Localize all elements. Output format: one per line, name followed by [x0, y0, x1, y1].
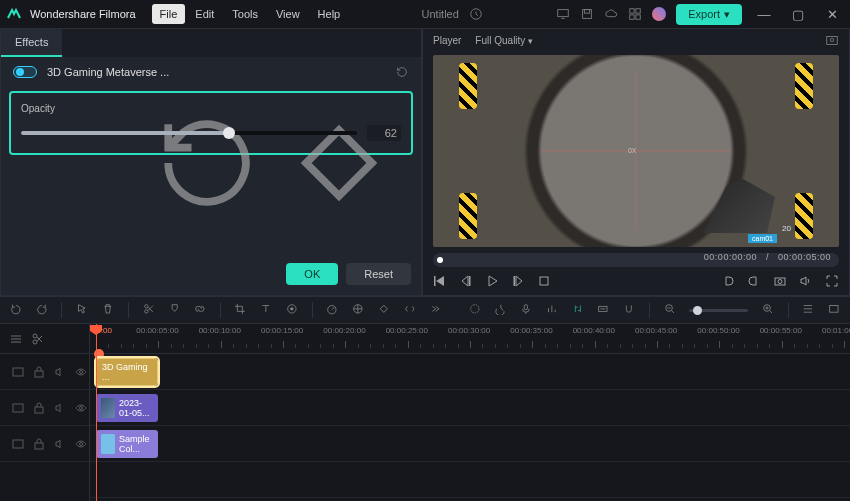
param-reset-icon[interactable]: [145, 101, 269, 115]
motion-icon[interactable]: [495, 303, 507, 317]
volume-icon[interactable]: [799, 274, 813, 288]
menu-view[interactable]: View: [268, 4, 308, 24]
save-icon[interactable]: [580, 7, 594, 21]
clip-color[interactable]: Sample Col...: [96, 430, 158, 458]
stop-icon[interactable]: [537, 274, 551, 288]
track-color[interactable]: Sample Col...: [90, 426, 850, 462]
zoom-slider[interactable]: [689, 309, 748, 312]
profile-avatar[interactable]: [652, 7, 666, 21]
svg-point-16: [778, 280, 782, 284]
timeline: 00:00 00:00:05:0000:00:10:0000:00:15:000…: [0, 324, 850, 501]
undo-icon[interactable]: [10, 303, 22, 317]
mark-in-icon[interactable]: [721, 274, 735, 288]
mic-icon[interactable]: [520, 303, 532, 317]
color-icon[interactable]: [352, 303, 364, 317]
track-fx[interactable]: 3D Gaming ...: [90, 354, 850, 390]
track-header-color: [0, 426, 89, 462]
render-icon[interactable]: [597, 303, 609, 317]
preview-hud-num: 20: [782, 224, 791, 233]
menu-tools[interactable]: Tools: [224, 4, 266, 24]
text-icon[interactable]: [260, 303, 272, 317]
menu-edit[interactable]: Edit: [187, 4, 222, 24]
effect-header: 3D Gaming Metaverse ...: [1, 57, 421, 87]
expand-icon[interactable]: [404, 303, 416, 317]
cloud-icon[interactable]: [604, 7, 618, 21]
playhead[interactable]: [96, 324, 97, 501]
keyframe-icon[interactable]: [277, 101, 401, 115]
zoom-out-icon[interactable]: [664, 303, 676, 317]
menu-file[interactable]: File: [152, 4, 186, 24]
svg-point-17: [144, 305, 147, 308]
step-fwd-icon[interactable]: [511, 274, 525, 288]
timeline-toolbar: [0, 296, 850, 324]
preview-viewport[interactable]: 0X cam01 20: [433, 55, 839, 247]
snapshot-icon[interactable]: [825, 33, 839, 47]
tab-effects[interactable]: Effects: [1, 29, 62, 57]
clip-effect[interactable]: 3D Gaming ...: [96, 358, 158, 386]
fit-icon[interactable]: [828, 303, 840, 317]
svg-point-31: [33, 340, 37, 344]
monitor-icon[interactable]: [556, 7, 570, 21]
history-icon[interactable]: [469, 7, 483, 21]
delete-icon[interactable]: [102, 303, 114, 317]
effect-toggle[interactable]: [13, 66, 37, 78]
zoom-in-icon[interactable]: [762, 303, 774, 317]
track-video[interactable]: 2023-01-05...: [90, 390, 850, 426]
export-button[interactable]: Export ▾: [676, 4, 742, 25]
timeline-body[interactable]: 00:00 00:00:05:0000:00:10:0000:00:15:000…: [90, 324, 850, 501]
mute-icon[interactable]: [54, 438, 66, 450]
mute-icon[interactable]: [54, 366, 66, 378]
time-ruler[interactable]: 00:00 00:00:05:0000:00:10:0000:00:15:000…: [90, 324, 850, 354]
more-tools-icon[interactable]: [429, 303, 441, 317]
track-view-icon[interactable]: [802, 303, 814, 317]
speed-icon[interactable]: [326, 303, 338, 317]
transport-controls: [423, 267, 849, 295]
audio-mix-icon[interactable]: [546, 303, 558, 317]
effects-tool-icon[interactable]: [469, 303, 481, 317]
prev-clip-icon[interactable]: [433, 274, 447, 288]
reset-button[interactable]: Reset: [346, 263, 411, 285]
record-icon[interactable]: [286, 303, 298, 317]
snap-icon[interactable]: [623, 303, 635, 317]
split-icon[interactable]: [143, 303, 155, 317]
step-back-icon[interactable]: [459, 274, 473, 288]
preview-scrubber[interactable]: 00:00:00:00 / 00:00:05:00: [433, 253, 839, 267]
eye-icon[interactable]: [75, 366, 87, 378]
adjust-icon[interactable]: [572, 303, 584, 317]
lock-icon[interactable]: [33, 366, 45, 378]
play-icon[interactable]: [485, 274, 499, 288]
grid-icon[interactable]: [628, 7, 642, 21]
gutter-menu-icon[interactable]: [10, 333, 22, 345]
svg-rect-38: [13, 440, 23, 448]
lock-icon[interactable]: [33, 438, 45, 450]
mark-out-icon[interactable]: [747, 274, 761, 288]
eye-icon[interactable]: [75, 438, 87, 450]
effect-reset-icon[interactable]: [395, 65, 409, 79]
redo-icon[interactable]: [36, 303, 48, 317]
marker-icon[interactable]: [168, 303, 180, 317]
keyframe-tool-icon[interactable]: [378, 303, 390, 317]
player-label[interactable]: Player: [433, 35, 461, 46]
menu-icon[interactable]: [12, 438, 24, 450]
pointer-icon[interactable]: [76, 303, 88, 317]
crop-icon[interactable]: [234, 303, 246, 317]
menu-icon[interactable]: [12, 402, 24, 414]
ok-button[interactable]: OK: [286, 263, 338, 285]
menu-help[interactable]: Help: [310, 4, 349, 24]
fullscreen-icon[interactable]: [825, 274, 839, 288]
camera-icon[interactable]: [773, 274, 787, 288]
svg-point-24: [471, 305, 479, 313]
lock-icon[interactable]: [33, 402, 45, 414]
track-empty[interactable]: [90, 462, 850, 498]
gutter-cut-icon[interactable]: [32, 333, 44, 345]
menu-icon[interactable]: [12, 366, 24, 378]
window-minimize[interactable]: —: [752, 7, 776, 22]
link-icon[interactable]: [194, 303, 206, 317]
opacity-slider[interactable]: [21, 131, 357, 135]
clip-video[interactable]: 2023-01-05...: [96, 394, 158, 422]
eye-icon[interactable]: [75, 402, 87, 414]
quality-dropdown[interactable]: Full Quality ▾: [475, 35, 533, 46]
mute-icon[interactable]: [54, 402, 66, 414]
window-maximize[interactable]: ▢: [786, 7, 810, 22]
window-close[interactable]: ✕: [820, 7, 844, 22]
